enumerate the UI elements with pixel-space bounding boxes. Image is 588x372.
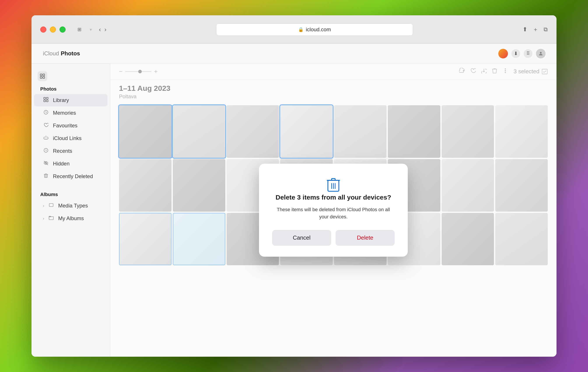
favourites-label: Favourites — [53, 123, 77, 129]
tab-overview-icon[interactable]: ⧉ — [544, 26, 548, 33]
sidebar-item-recently-deleted[interactable]: Recently Deleted — [34, 170, 107, 182]
media-types-label: Media Types — [58, 203, 88, 209]
recently-deleted-label: Recently Deleted — [53, 173, 93, 180]
my-albums-label: My Albums — [58, 215, 84, 222]
media-types-icon — [48, 203, 54, 209]
sidebar-item-media-types[interactable]: › Media Types — [34, 200, 107, 212]
hidden-icon — [43, 161, 49, 167]
download-icon[interactable]: ⬇ — [511, 49, 520, 58]
svg-rect-2 — [43, 74, 45, 76]
svg-rect-1 — [40, 74, 42, 76]
main-content: − + — [110, 64, 556, 357]
maximize-button[interactable] — [60, 26, 66, 32]
svg-rect-8 — [46, 100, 48, 102]
minimize-button[interactable] — [50, 26, 56, 32]
sidebar-item-memories[interactable]: Memories — [34, 107, 107, 119]
svg-rect-3 — [40, 77, 42, 78]
traffic-lights — [40, 26, 66, 32]
browser-chrome: ⊞ ▾ ‹ › 🔒 icloud.com ⬆ ＋ ⧉ — [32, 15, 556, 44]
dialog-message: These items will be deleted from iCloud … — [272, 206, 395, 220]
dialog-title: Delete 3 items from all your devices? — [276, 193, 391, 202]
user-avatar[interactable] — [498, 49, 508, 58]
library-label: Library — [53, 97, 69, 103]
recents-label: Recents — [53, 148, 72, 154]
svg-point-0 — [540, 52, 542, 53]
icloud-label: iCloud — [43, 50, 59, 57]
sidebar: Photos Library Memories — [32, 64, 110, 357]
cancel-button[interactable]: Cancel — [272, 230, 331, 246]
expand-media-types-icon: › — [43, 203, 44, 208]
icloud-link-icon — [43, 135, 49, 141]
trash-icon — [327, 177, 340, 193]
browser-actions: ⬆ ＋ ⧉ — [523, 26, 548, 33]
delete-dialog: Delete 3 items from all your devices? Th… — [259, 164, 408, 257]
library-grid-icon[interactable] — [38, 71, 47, 81]
icloud-links-label: iCloud Links — [53, 135, 82, 141]
back-button[interactable]: ‹ — [99, 26, 101, 33]
albums-section-label: Albums — [32, 188, 110, 199]
new-tab-icon[interactable]: ＋ — [533, 26, 538, 33]
app-top-bar: iCloud Photos ⬇ ⠿ — [32, 44, 556, 64]
sidebar-toggle-button[interactable]: ⊞ — [75, 26, 84, 32]
close-button[interactable] — [40, 26, 46, 32]
forward-button[interactable]: › — [104, 26, 106, 33]
svg-rect-7 — [44, 100, 45, 102]
svg-rect-15 — [49, 203, 53, 207]
sidebar-item-library[interactable]: Library — [34, 94, 107, 106]
expand-my-albums-icon: › — [43, 216, 44, 221]
heart-icon — [43, 123, 49, 129]
address-bar[interactable]: 🔒 icloud.com — [216, 23, 413, 36]
memories-label: Memories — [53, 110, 76, 116]
sidebar-item-favourites[interactable]: Favourites — [34, 119, 107, 132]
my-albums-folder-icon — [48, 215, 54, 221]
svg-rect-4 — [43, 77, 45, 78]
recents-icon — [43, 148, 49, 154]
svg-rect-5 — [44, 97, 45, 99]
hidden-label: Hidden — [53, 161, 70, 167]
dialog-buttons: Cancel Delete — [272, 230, 395, 246]
sidebar-item-icloud-links[interactable]: iCloud Links — [34, 132, 107, 144]
profile-icon[interactable] — [536, 49, 546, 58]
lock-icon: 🔒 — [298, 27, 304, 32]
chevron-down-icon: ▾ — [90, 27, 92, 32]
sidebar-item-recents[interactable]: Recents — [34, 145, 107, 157]
svg-rect-6 — [46, 97, 48, 99]
sidebar-item-hidden[interactable]: Hidden — [34, 158, 107, 170]
share-icon[interactable]: ⬆ — [523, 26, 527, 33]
delete-button[interactable]: Delete — [336, 230, 395, 246]
photos-label: Photos — [61, 50, 80, 57]
photos-section-label: Photos — [32, 83, 110, 94]
memories-icon — [43, 110, 49, 116]
url-text: icloud.com — [306, 26, 331, 32]
apps-grid-icon[interactable]: ⠿ — [524, 49, 532, 58]
library-icon — [43, 97, 49, 103]
sidebar-item-my-albums[interactable]: › My Albums — [34, 212, 107, 224]
dialog-overlay: Delete 3 items from all your devices? Th… — [110, 64, 556, 357]
browser-window: ⊞ ▾ ‹ › 🔒 icloud.com ⬆ ＋ ⧉ iCloud Photos — [32, 15, 556, 357]
nav-arrows: ‹ › — [99, 26, 106, 33]
recently-deleted-icon — [43, 173, 49, 180]
app-wrapper: iCloud Photos ⬇ ⠿ Photos — [32, 44, 556, 357]
